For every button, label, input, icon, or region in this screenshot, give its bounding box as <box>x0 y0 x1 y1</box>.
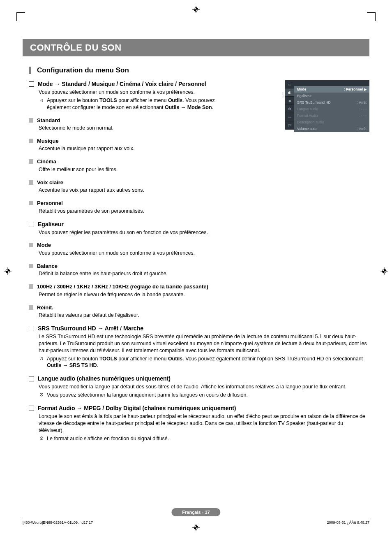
item-desc: Offre le meilleur son pour les films. <box>39 166 369 173</box>
note-icon: ⊘ <box>39 392 44 398</box>
item-name: Réinit. <box>37 304 53 311</box>
osd-row-value: : Arrêt <box>357 100 367 104</box>
format-note: Le format audio s'affiche en fonction du… <box>47 435 369 442</box>
mode-heading: Mode → Standard / Musique / Cinéma / Voi… <box>38 80 206 88</box>
square-bullet-icon <box>29 159 33 164</box>
osd-tab-picture-icon: ▭ <box>285 80 294 88</box>
langue-heading: Langue audio (chaînes numériques uniquem… <box>38 375 171 383</box>
crop-mark-tr <box>367 12 376 21</box>
osd-row-key: Egaliseur <box>297 94 311 98</box>
item-name: Musique <box>37 137 59 145</box>
item-musique: Musique Accentue la musique par rapport … <box>29 137 369 152</box>
osd-panel: Son ▭ ◐ ◆ ✿ ⇦ ◳ Mode : Personnel Egalise… <box>285 80 369 132</box>
square-bullet-icon <box>29 201 33 205</box>
item-name: Standard <box>37 117 60 124</box>
langue-note: Vous pouvez sélectionner la langue uniqu… <box>47 392 369 399</box>
osd-tab-channel-icon: ◆ <box>285 97 294 105</box>
page-footer-pill: Français - 17 <box>171 508 220 516</box>
block-langue-audio: Langue audio (chaînes numériques uniquem… <box>29 375 369 399</box>
item-desc: Rétablit les valeurs par défaut de l'éga… <box>39 312 369 319</box>
item-name: 100Hz / 300Hz / 1KHz / 3KHz / 10KHz (rég… <box>37 283 208 290</box>
item-name: Personnel <box>37 200 63 207</box>
square-bullet-icon <box>29 264 33 268</box>
square-bullet-icon <box>29 305 33 310</box>
osd-tab-setup-icon: ✿ <box>285 105 294 113</box>
registration-mark-top <box>192 6 200 13</box>
registration-mark-left <box>4 267 12 275</box>
item-voix-claire: Voix claire Accentue les voix par rappor… <box>29 179 369 194</box>
checkbox-bullet-icon <box>29 406 34 411</box>
checkbox-bullet-icon <box>29 222 34 227</box>
langue-lead: Vous pouvez modifier la langue par défau… <box>39 383 369 390</box>
block-egaliseur: Egaliseur Vous pouvez régler les paramèt… <box>29 221 369 236</box>
item-desc: Définit la balance entre les haut-parleu… <box>39 270 369 277</box>
osd-tab-sound-icon: ◐ <box>285 88 294 97</box>
equalizer-lead: Vous pouvez régler les paramètres du son… <box>39 229 369 236</box>
osd-row-egaliseur: Egaliseur <box>294 93 369 99</box>
osd-row-key: Mode <box>297 87 306 91</box>
osd-row-key: SRS TruSurround HD <box>297 100 331 104</box>
osd-row-langue: Langue audio : - - - <box>294 106 369 112</box>
srs-heading: SRS TruSurround HD → Arrêt / Marche <box>38 325 143 332</box>
block-format-audio: Format Audio → MPEG / Dolby Digital (cha… <box>29 404 369 442</box>
footline-left: [460-Weuro]BN68-02361A-01L09.ind17 17 <box>23 520 93 525</box>
square-bullet-icon <box>29 139 33 143</box>
equalizer-heading: Egaliseur <box>38 221 64 228</box>
osd-row-srs: SRS TruSurround HD : Arrêt <box>294 99 369 106</box>
osd-row-volumeauto: Volume auto : Arrêt <box>294 125 369 132</box>
item-desc: Accentue les voix par rapport aux autres… <box>39 187 369 194</box>
square-bullet-icon <box>29 284 33 289</box>
tools-icon: ♫ <box>39 97 44 104</box>
item-personnel: Personnel Rétablit vos paramètres de son… <box>29 200 369 214</box>
item-name: Mode <box>37 241 51 249</box>
osd-tab-support-icon: ◳ <box>285 121 294 130</box>
osd-row-format: Format Audio : - - - <box>294 112 369 119</box>
square-bullet-icon <box>29 118 33 123</box>
section-heading: Configuration du menu Son <box>29 66 369 74</box>
page-header: CONTRÔLE DU SON <box>23 39 369 56</box>
item-desc: Accentue la musique par rapport aux voix… <box>39 145 369 152</box>
block-srs: SRS TruSurround HD → Arrêt / Marche Le S… <box>29 325 369 369</box>
item-eq-balance: Balance Définit la balance entre les hau… <box>29 262 369 277</box>
checkbox-bullet-icon <box>29 376 34 381</box>
item-desc: Vous pouvez sélectionner un mode son con… <box>39 250 369 257</box>
srs-tip: Appuyez sur le bouton TOOLS pour affiche… <box>47 355 369 369</box>
osd-body: Mode : Personnel Egaliseur SRS TruSurrou… <box>294 80 369 132</box>
section-heading-text: Configuration du menu Son <box>37 66 129 74</box>
osd-row-value: : Personnel <box>344 87 367 91</box>
page-header-text: CONTRÔLE DU SON <box>30 42 122 53</box>
checkbox-bullet-icon <box>29 326 34 331</box>
item-name: Cinéma <box>37 158 56 165</box>
crop-mark-tl <box>16 12 25 21</box>
item-eq-mode: Mode Vous pouvez sélectionner un mode so… <box>29 241 369 256</box>
osd-row-mode: Mode : Personnel <box>294 86 369 93</box>
format-lead: Lorsque le son est émis à la fois par le… <box>39 413 369 434</box>
registration-mark-right <box>380 267 388 275</box>
osd-row-value: : - - - <box>359 114 367 118</box>
item-cinema: Cinéma Offre le meilleur son pour les fi… <box>29 158 369 173</box>
item-eq-bands: 100Hz / 300Hz / 1KHz / 3KHz / 10KHz (rég… <box>29 283 369 298</box>
footline-right: 2009-08-31 ¿ÀÀü 9:49:27 <box>327 520 369 525</box>
mode-lead: Vous pouvez sélectionner un mode son con… <box>39 89 228 96</box>
srs-lead: Le SRS TruSurround HD est une technologi… <box>39 333 369 354</box>
osd-row-value: : - - - <box>359 107 367 111</box>
registration-mark-bottom <box>192 524 200 531</box>
osd-row-key: Description audio <box>297 120 324 124</box>
osd-row-value: : Arrêt <box>357 127 367 131</box>
footer-pill-text: Français - 17 <box>182 510 210 515</box>
osd-row-key: Format Audio <box>297 114 318 118</box>
osd-tabs: ▭ ◐ ◆ ✿ ⇦ ◳ <box>285 80 294 130</box>
square-bullet-icon <box>29 243 33 247</box>
osd-tab-input-icon: ⇦ <box>285 113 294 121</box>
mode-tip: Appuyez sur le bouton TOOLS pour affiche… <box>47 97 226 111</box>
osd-row-key: Volume auto <box>297 127 316 131</box>
note-icon: ⊘ <box>39 435 44 442</box>
format-heading: Format Audio → MPEG / Dolby Digital (cha… <box>38 404 236 412</box>
tools-icon: ♫ <box>39 355 44 362</box>
item-name: Balance <box>37 262 58 270</box>
section-bar-icon <box>29 67 31 74</box>
osd-row-description: Description audio <box>294 119 369 125</box>
footline: [460-Weuro]BN68-02361A-01L09.ind17 17 20… <box>23 519 369 525</box>
osd-category-label: Son <box>281 92 285 98</box>
osd-body-header <box>294 80 369 86</box>
